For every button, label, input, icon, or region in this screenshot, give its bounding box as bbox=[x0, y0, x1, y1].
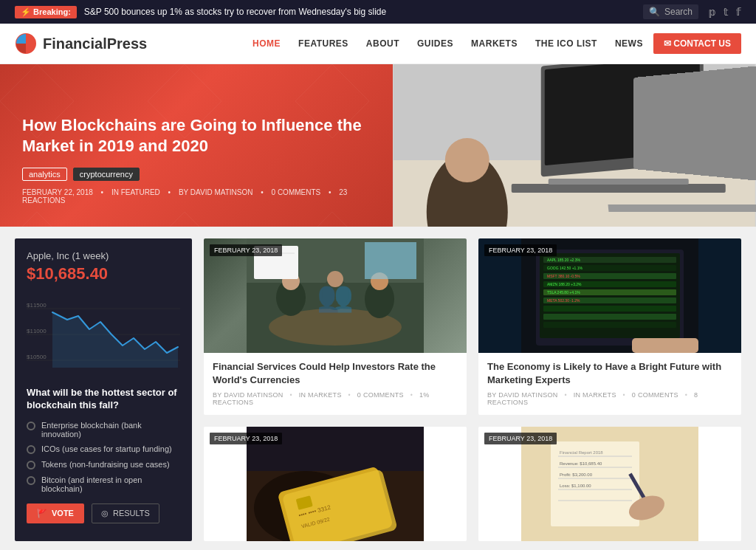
nav-features[interactable]: FEATURES bbox=[291, 34, 356, 53]
flag-icon: 🚩 bbox=[37, 509, 47, 518]
svg-text:AMZN 188.20 +3.2%: AMZN 188.20 +3.2% bbox=[547, 282, 582, 286]
search-icon: 🔍 bbox=[649, 7, 660, 17]
article-card-2[interactable]: AAPL 185.20 +2.3% GOOG 142.50 +1.1% MSFT… bbox=[478, 238, 741, 415]
twitter-icon[interactable]: 𝕥 bbox=[724, 6, 729, 18]
nav-markets[interactable]: MARKETS bbox=[464, 34, 525, 53]
poll-option-2-label: ICOs (use cases for startup funding) bbox=[41, 444, 172, 453]
svg-rect-40 bbox=[543, 322, 676, 328]
social-icons: 𝕡 𝕥 𝕗 bbox=[709, 6, 741, 18]
hero-tag-analytics[interactable]: analytics bbox=[22, 168, 67, 181]
nav-news[interactable]: NEWS bbox=[608, 34, 650, 53]
svg-text:Revenue: $10,685.40: Revenue: $10,685.40 bbox=[560, 461, 602, 466]
article-card-4[interactable]: Financial Report 2018 Revenue: $10,685.4… bbox=[478, 427, 741, 541]
article-author-1: BY DAVID MATINSON bbox=[213, 391, 284, 399]
breaking-text: S&P 500 bounces up 1% as stocks try to r… bbox=[84, 7, 386, 17]
hero-image bbox=[393, 64, 756, 227]
article-comments-1: 0 COMMENTS bbox=[357, 391, 404, 399]
poll-section: What will be the hottest sector of block… bbox=[27, 387, 180, 523]
header: FinancialPress HOME FEATURES ABOUT GUIDE… bbox=[0, 24, 756, 64]
hero-content: How Blockchains are Going to Influence t… bbox=[0, 64, 393, 227]
hero-tags: analytics cryptocurrency bbox=[22, 168, 371, 181]
hero-dot2: • bbox=[168, 188, 171, 196]
hero-tag-crypto[interactable]: cryptocurrency bbox=[73, 168, 140, 181]
logo[interactable]: FinancialPress bbox=[15, 32, 147, 55]
svg-text:META 502.30 -1.2%: META 502.30 -1.2% bbox=[547, 298, 580, 303]
article-img-3: •••• •••• 3312 VALID 09/22 FEBRUARY 23, … bbox=[204, 427, 467, 541]
facebook-icon[interactable]: 𝕗 bbox=[736, 6, 741, 18]
svg-rect-9 bbox=[549, 179, 689, 185]
logo-text-bold: Press bbox=[107, 35, 148, 52]
poll-option-2[interactable]: ICOs (use cases for startup funding) bbox=[27, 444, 180, 454]
svg-rect-28 bbox=[365, 242, 416, 279]
contact-button[interactable]: ✉ CONTACT US bbox=[653, 33, 741, 54]
pinterest-icon[interactable]: 𝕡 bbox=[709, 6, 716, 18]
article-section-2: IN MARKETS bbox=[574, 391, 616, 399]
article-date-2: FEBRUARY 23, 2018 bbox=[484, 244, 557, 256]
poll-radio-4[interactable] bbox=[27, 476, 35, 485]
hero-dot4: • bbox=[329, 188, 331, 196]
poll-option-4-label: Bitcoin (and interest in open blockchain… bbox=[41, 475, 180, 493]
vote-button[interactable]: 🚩 VOTE bbox=[27, 503, 84, 523]
svg-rect-47 bbox=[632, 338, 698, 353]
article-meta-1: BY DAVID MATINSON • IN MARKETS • 0 COMME… bbox=[213, 391, 458, 406]
svg-marker-16 bbox=[52, 312, 178, 368]
poll-option-1[interactable]: Enterprise blockchain (bank innovation) bbox=[27, 421, 180, 439]
main-content: Apple, Inc (1 week) $10,685.40 $11500 $1… bbox=[0, 227, 756, 550]
article-title-2: The Economy is Likely to Have a Bright F… bbox=[487, 360, 732, 387]
poll-radio-3[interactable] bbox=[27, 461, 35, 470]
svg-point-22 bbox=[322, 278, 348, 310]
svg-rect-5 bbox=[512, 184, 726, 193]
article-meta-2: BY DAVID MATINSON • IN MARKETS • 0 COMME… bbox=[487, 391, 732, 406]
nav-home[interactable]: HOME bbox=[245, 34, 288, 53]
poll-buttons: 🚩 VOTE ◎ RESULTS bbox=[27, 503, 180, 523]
stock-chart: $11500 $11000 $10500 bbox=[27, 294, 180, 375]
article-img-4: Financial Report 2018 Revenue: $10,685.4… bbox=[478, 427, 741, 541]
stock-name: Apple, Inc (1 week) bbox=[27, 250, 180, 261]
poll-option-1-label: Enterprise blockchain (bank innovation) bbox=[41, 421, 180, 439]
svg-rect-38 bbox=[543, 306, 676, 312]
nav-guides[interactable]: GUIDES bbox=[410, 34, 461, 53]
svg-text:$11000: $11000 bbox=[27, 328, 47, 334]
svg-text:$11500: $11500 bbox=[27, 302, 47, 309]
vote-label: VOTE bbox=[52, 509, 74, 518]
svg-point-23 bbox=[327, 271, 343, 287]
nav-ico-list[interactable]: THE ICO LIST bbox=[528, 34, 605, 53]
svg-text:Loss:    $1,100.00: Loss: $1,100.00 bbox=[560, 484, 591, 488]
breaking-right: 🔍 Search 𝕡 𝕥 𝕗 bbox=[643, 4, 741, 19]
nav-about[interactable]: ABOUT bbox=[359, 34, 407, 53]
poll-radio-1[interactable] bbox=[27, 422, 35, 430]
svg-rect-4 bbox=[545, 64, 700, 165]
logo-text-normal: Financial bbox=[43, 35, 107, 52]
poll-option-4[interactable]: Bitcoin (and interest in open blockchain… bbox=[27, 475, 180, 493]
article-author-2: BY DAVID MATINSON bbox=[487, 391, 558, 399]
svg-point-8 bbox=[445, 138, 489, 182]
svg-text:TSLA 245.80 +4.1%: TSLA 245.80 +4.1% bbox=[547, 290, 580, 295]
poll-title: What will be the hottest sector of block… bbox=[27, 387, 180, 412]
article-img-2: AAPL 185.20 +2.3% GOOG 142.50 +1.1% MSFT… bbox=[478, 238, 741, 353]
search-placeholder: Search bbox=[664, 7, 693, 17]
stock-price: $10,685.40 bbox=[27, 264, 180, 283]
article-body-2: The Economy is Likely to Have a Bright F… bbox=[478, 353, 741, 415]
svg-text:$10500: $10500 bbox=[27, 354, 47, 360]
svg-point-6 bbox=[648, 115, 700, 160]
search-bar[interactable]: 🔍 Search bbox=[643, 4, 698, 19]
poll-option-3[interactable]: Tokens (non-fundraising use cases) bbox=[27, 460, 180, 470]
article-card-3[interactable]: •••• •••• 3312 VALID 09/22 FEBRUARY 23, … bbox=[204, 427, 467, 541]
chart-icon: ◎ bbox=[101, 509, 109, 518]
breaking-left: ⚡ Breaking: S&P 500 bounces up 1% as sto… bbox=[15, 6, 386, 18]
hero-meta: FEBRUARY 22, 2018 • IN FEATURED • BY DAV… bbox=[22, 188, 371, 204]
hero-dot3: • bbox=[261, 188, 264, 196]
breaking-bar: ⚡ Breaking: S&P 500 bounces up 1% as sto… bbox=[0, 0, 756, 24]
hero-section: How Blockchains are Going to Influence t… bbox=[0, 64, 756, 227]
poll-radio-2[interactable] bbox=[27, 445, 35, 454]
hero-dot1: • bbox=[101, 188, 104, 196]
article-comments-2: 0 COMMENTS bbox=[632, 391, 678, 399]
logo-icon bbox=[15, 32, 37, 55]
article-card-1[interactable]: FEBRUARY 23, 2018 Financial Services Cou… bbox=[204, 238, 467, 415]
sidebar: Apple, Inc (1 week) $10,685.40 $11500 $1… bbox=[15, 238, 192, 541]
hero-title: How Blockchains are Going to Influence t… bbox=[22, 115, 371, 157]
poll-option-3-label: Tokens (non-fundraising use cases) bbox=[41, 460, 170, 469]
svg-text:MSFT 380.10 -0.5%: MSFT 380.10 -0.5% bbox=[547, 274, 580, 278]
results-button[interactable]: ◎ RESULTS bbox=[92, 503, 159, 523]
results-label: RESULTS bbox=[113, 509, 150, 518]
